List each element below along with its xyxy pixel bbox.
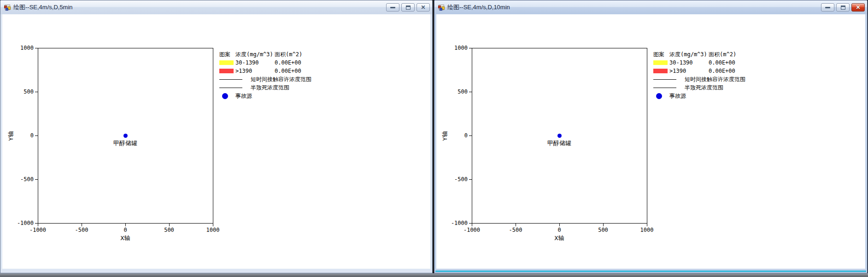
y-tick-label: 500 [448, 88, 468, 95]
y-tick [469, 48, 472, 48]
y-axis-title: Y轴 [7, 128, 15, 144]
maximize-button[interactable] [401, 3, 415, 12]
line-symbol [653, 79, 676, 80]
x-tick-label: 0 [549, 227, 570, 233]
legend-header: 图案 浓度(mg/m^3) 面积(m^2) [219, 50, 311, 59]
maximize-icon [841, 6, 845, 10]
window-controls: ✕ [821, 3, 865, 12]
red-swatch [219, 69, 234, 73]
line-symbol [653, 88, 676, 88]
y-tick-label: -500 [448, 176, 468, 183]
dispersion-chart: 1000 500 0 -500 -1000 -1000 -500 0 500 1… [436, 14, 865, 269]
window-controls: ✕ [386, 3, 430, 12]
x-tick-label: 1000 [202, 227, 223, 233]
plot-window-5min: 绘图--SE,4m/s,D,5min ✕ 1000 500 0 -500 -10… [0, 0, 433, 273]
y-tick [469, 92, 472, 92]
x-tick [647, 224, 647, 226]
source-dot-icon [222, 93, 228, 99]
legend-value: 0.00E+00 [709, 68, 735, 74]
x-tick-label: 500 [592, 227, 614, 233]
legend-header-area: 面积(m^2) [275, 51, 302, 59]
legend-label: 短时间接触容许浓度范围 [251, 76, 311, 83]
x-tick-label: -500 [71, 227, 92, 233]
x-tick [213, 224, 213, 226]
x-tick [603, 224, 604, 226]
y-tick [469, 136, 472, 136]
x-tick [38, 224, 38, 226]
close-icon: ✕ [421, 5, 425, 10]
legend-header-area: 面积(m^2) [709, 51, 736, 59]
minimize-icon [825, 7, 830, 8]
y-tick [35, 48, 38, 48]
legend-label: 30-1390 [669, 59, 709, 66]
line-symbol [219, 79, 242, 80]
minimize-button[interactable] [386, 3, 399, 12]
y-tick-label: 500 [14, 88, 34, 95]
minimize-icon [390, 7, 395, 8]
legend-value: 0.00E+00 [275, 68, 301, 74]
legend-row-red: >1390 0.00E+00 [653, 67, 745, 75]
legend-value: 0.00E+00 [275, 59, 301, 66]
x-tick [169, 224, 170, 226]
dispersion-chart: 1000 500 0 -500 -1000 -1000 -500 0 500 1… [2, 14, 430, 269]
titlebar[interactable]: 绘图--SE,4m/s,D,10min ✕ [434, 0, 867, 14]
x-tick-label: 1000 [636, 227, 657, 233]
close-button[interactable]: ✕ [851, 3, 865, 12]
y-tick [35, 92, 38, 92]
legend-label: 半致死浓度范围 [251, 84, 289, 92]
yellow-swatch [219, 60, 234, 65]
y-tick-label: 0 [448, 132, 468, 139]
accident-source-label: 甲醇储罐 [536, 139, 582, 147]
y-tick [35, 179, 38, 180]
chart-canvas: 1000 500 0 -500 -1000 -1000 -500 0 500 1… [2, 14, 430, 269]
x-tick [559, 224, 560, 226]
window-title: 绘图--SE,4m/s,D,5min [13, 3, 73, 12]
accident-source-marker [123, 134, 128, 138]
x-tick [516, 224, 516, 226]
form-icon [438, 4, 445, 11]
legend-label: 30-1390 [235, 59, 275, 66]
minimize-button[interactable] [821, 3, 834, 12]
close-icon: ✕ [856, 5, 860, 10]
chart-canvas: 1000 500 0 -500 -1000 -1000 -500 0 500 1… [436, 14, 865, 269]
legend-row-stel: 短时间接触容许浓度范围 [653, 75, 745, 83]
maximize-button[interactable] [836, 3, 850, 12]
y-tick-label: -500 [14, 176, 34, 183]
form-icon [4, 4, 11, 11]
legend-row-lc50: 半致死浓度范围 [219, 83, 311, 92]
y-tick [35, 136, 38, 136]
legend-label: 事故源 [669, 92, 686, 100]
source-dot-icon [656, 93, 662, 99]
legend: 图案 浓度(mg/m^3) 面积(m^2) 30-1390 0.00E+00 >… [653, 50, 745, 100]
x-tick-label: -1000 [27, 227, 48, 233]
y-tick-label: -1000 [448, 220, 468, 226]
close-button[interactable]: ✕ [416, 3, 430, 12]
x-tick [82, 224, 82, 226]
y-tick [469, 179, 472, 180]
maximize-icon [406, 6, 411, 10]
legend-row-lc50: 半致死浓度范围 [653, 83, 745, 92]
titlebar[interactable]: 绘图--SE,4m/s,D,5min ✕ [0, 0, 432, 14]
legend-label: >1390 [235, 68, 275, 74]
legend-value: 0.00E+00 [709, 59, 735, 66]
legend-row-red: >1390 0.00E+00 [219, 67, 311, 75]
x-axis-title: X轴 [115, 234, 136, 242]
legend-row-yellow: 30-1390 0.00E+00 [653, 59, 745, 67]
legend-row-yellow: 30-1390 0.00E+00 [219, 59, 311, 67]
y-tick-label: -1000 [14, 220, 34, 226]
legend-row-source: 事故源 [653, 92, 745, 100]
legend-header-pattern: 图案 [219, 51, 235, 59]
legend-row-source: 事故源 [219, 92, 311, 100]
x-tick-label: 500 [158, 227, 180, 233]
x-tick [472, 224, 472, 226]
x-tick [125, 224, 126, 226]
legend-label: 事故源 [235, 92, 252, 100]
mdi-background-strip [0, 273, 868, 277]
x-tick-label: -500 [505, 227, 526, 233]
legend-label: 半致死浓度范围 [685, 84, 723, 92]
y-tick-label: 1000 [448, 45, 468, 51]
accident-source-label: 甲醇储罐 [102, 139, 148, 147]
y-tick-label: 0 [14, 132, 34, 139]
legend-label: 短时间接触容许浓度范围 [685, 76, 745, 83]
line-symbol [219, 88, 242, 88]
